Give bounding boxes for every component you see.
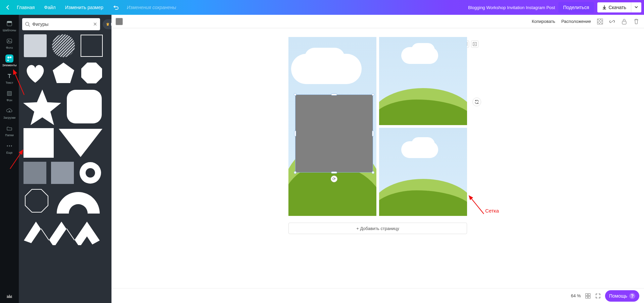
transparency-button[interactable] xyxy=(596,18,604,25)
menu-file[interactable]: Файл xyxy=(41,2,59,13)
svg-rect-11 xyxy=(24,34,47,57)
rail-premium[interactable] xyxy=(0,290,19,303)
annotation-arrow-grid xyxy=(467,194,487,217)
shape-striped-circle[interactable] xyxy=(50,34,77,58)
uploads-icon xyxy=(5,107,13,115)
share-button[interactable]: Поделиться xyxy=(558,2,594,13)
editor-area: Копировать Расположение xyxy=(111,15,644,303)
shape-octagon[interactable] xyxy=(79,60,105,86)
shape-triangle-down[interactable] xyxy=(57,127,104,159)
shape-square-light[interactable] xyxy=(22,34,48,58)
rail-more[interactable]: Еще xyxy=(0,139,19,157)
rail-more-label: Еще xyxy=(6,151,12,154)
svg-rect-22 xyxy=(597,19,599,20)
menu-resize[interactable]: Изменить размер xyxy=(62,2,107,13)
svg-point-13 xyxy=(52,34,75,57)
arrange-button[interactable]: Расположение xyxy=(561,17,592,25)
rail-elements[interactable]: Элементы xyxy=(0,52,19,69)
rail-background[interactable]: Фон xyxy=(0,87,19,104)
grid-view-button[interactable] xyxy=(585,293,591,299)
rail-templates-label: Шаблоны xyxy=(3,29,16,32)
shape-gray-square-2[interactable] xyxy=(50,161,75,185)
footer: 64 % Помощь ? xyxy=(111,288,644,303)
sync-button[interactable] xyxy=(472,98,481,106)
grid-cell-bottom-right[interactable] xyxy=(379,128,467,216)
fill-color-swatch[interactable] xyxy=(116,18,123,25)
side-panel: ✕ ♛ БЕСПЛ. xyxy=(19,15,111,303)
shape-rounded-square[interactable] xyxy=(64,88,104,125)
grid-cell-top-right[interactable] xyxy=(379,37,467,125)
rail-uploads[interactable]: Загрузки xyxy=(0,104,19,122)
fullscreen-button[interactable] xyxy=(595,293,601,299)
shape-arch[interactable] xyxy=(53,187,103,215)
search-box[interactable]: ✕ xyxy=(22,18,100,30)
shape-heart[interactable] xyxy=(22,60,48,86)
shape-donut[interactable] xyxy=(77,161,103,185)
svg-rect-24 xyxy=(599,20,600,22)
shape-square[interactable] xyxy=(22,127,55,159)
svg-point-20 xyxy=(86,168,95,178)
rail-photo[interactable]: Фото xyxy=(0,34,19,52)
svg-rect-40 xyxy=(588,296,590,298)
shape-zigzag[interactable] xyxy=(22,217,103,245)
help-button[interactable]: Помощь ? xyxy=(605,290,639,302)
svg-line-34 xyxy=(469,196,484,214)
search-input[interactable] xyxy=(32,22,91,27)
svg-rect-28 xyxy=(599,23,600,24)
svg-rect-30 xyxy=(622,21,626,24)
shapes-grid xyxy=(19,32,109,303)
undo-button[interactable] xyxy=(109,2,122,13)
svg-rect-2 xyxy=(7,39,12,43)
download-caret[interactable] xyxy=(631,2,641,12)
delete-button[interactable] xyxy=(633,18,640,25)
top-bar: Главная Файл Изменить размер Изменения с… xyxy=(0,0,644,15)
back-button[interactable] xyxy=(5,4,11,11)
help-question-icon: ? xyxy=(629,293,635,299)
svg-point-4 xyxy=(7,56,9,59)
svg-rect-17 xyxy=(24,162,46,184)
svg-rect-15 xyxy=(67,90,102,123)
link-button[interactable] xyxy=(608,18,616,25)
svg-point-9 xyxy=(11,145,12,146)
shape-gray-square[interactable] xyxy=(22,161,48,185)
shape-square-outline[interactable] xyxy=(79,34,105,58)
canvas[interactable]: ⟳ Сетка + Добавить страницу xyxy=(111,28,644,288)
shape-octagon-outline[interactable] xyxy=(22,187,51,215)
svg-rect-6 xyxy=(7,91,11,96)
templates-icon xyxy=(5,20,13,28)
selected-shape[interactable]: ⟳ xyxy=(295,94,373,173)
rail-background-label: Фон xyxy=(7,99,12,102)
left-rail: Шаблоны Фото Элементы Текст Фон Загрузки… xyxy=(0,15,19,303)
search-clear[interactable]: ✕ xyxy=(93,21,97,27)
svg-rect-23 xyxy=(600,19,601,20)
shape-pentagon[interactable] xyxy=(50,60,77,86)
lock-button[interactable] xyxy=(620,18,628,25)
download-label: Скачать xyxy=(609,5,627,10)
zoom-level[interactable]: 64 % xyxy=(571,293,581,298)
download-button[interactable]: Скачать xyxy=(597,2,631,12)
help-label: Помощь xyxy=(609,293,627,299)
copy-button[interactable]: Копировать xyxy=(531,17,556,25)
rotate-handle[interactable]: ⟳ xyxy=(331,176,337,182)
svg-rect-16 xyxy=(24,128,54,158)
rail-folders-label: Папки xyxy=(5,134,13,137)
add-page-button[interactable]: + Добавить страницу xyxy=(288,223,467,234)
save-status: Изменения сохранены xyxy=(127,5,176,10)
svg-rect-38 xyxy=(588,294,590,296)
more-icon xyxy=(5,142,13,150)
svg-rect-27 xyxy=(600,22,601,23)
svg-rect-18 xyxy=(51,162,74,184)
svg-rect-26 xyxy=(597,22,599,23)
rail-templates[interactable]: Шаблоны xyxy=(0,17,19,34)
design-title[interactable]: Blogging Workshop Invitation Instagram P… xyxy=(468,5,555,10)
rail-folders[interactable]: Папки xyxy=(0,122,19,139)
chevron-down-icon xyxy=(635,6,638,9)
rail-uploads-label: Загрузки xyxy=(3,116,15,119)
shape-star[interactable] xyxy=(22,88,62,125)
photo-icon xyxy=(5,37,13,45)
page-duplicate-button[interactable] xyxy=(471,40,478,48)
svg-point-8 xyxy=(9,145,10,146)
rail-text[interactable]: Текст xyxy=(0,69,19,87)
menu-home[interactable]: Главная xyxy=(13,2,38,13)
crown-icon: ♛ xyxy=(106,22,109,27)
